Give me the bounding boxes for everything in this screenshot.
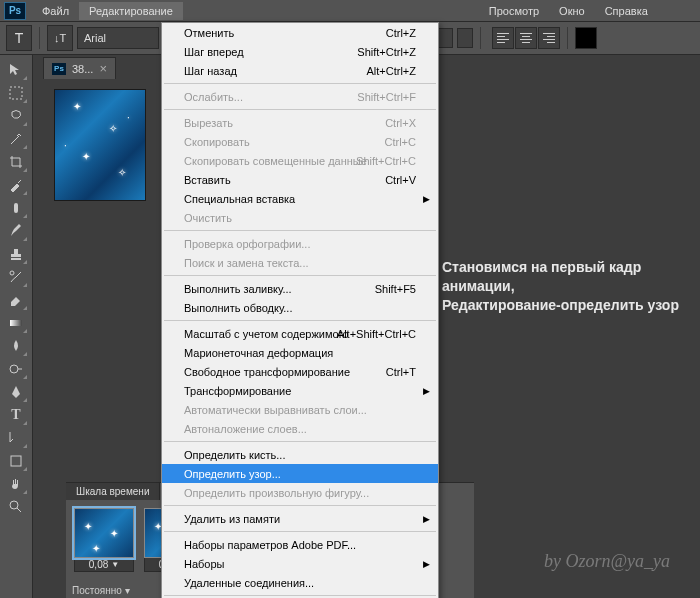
menu-help[interactable]: Справка bbox=[595, 2, 658, 20]
menu-item-label: Шаг вперед bbox=[184, 46, 244, 58]
menu-item-label: Удаленные соединения... bbox=[184, 577, 314, 589]
menu-item-удаленные-соединения-[interactable]: Удаленные соединения... bbox=[162, 573, 438, 592]
document-canvas[interactable]: ✦ ✧ ✦ ✧ · · bbox=[55, 90, 145, 200]
menu-item-автоналожение-слоев-: Автоналожение слоев... bbox=[162, 419, 438, 438]
menu-item-вырезать: ВырезатьCtrl+X bbox=[162, 113, 438, 132]
app-logo: Ps bbox=[4, 2, 26, 20]
menu-item-shortcut: Ctrl+C bbox=[385, 136, 416, 148]
timeline-frame[interactable]: 1✦✦✦0,08▼ bbox=[74, 508, 134, 572]
menu-item-label: Очистить bbox=[184, 212, 232, 224]
menu-item-shortcut: Alt+Ctrl+Z bbox=[366, 65, 416, 77]
menu-window[interactable]: Окно bbox=[549, 2, 595, 20]
eraser-tool[interactable] bbox=[4, 289, 28, 311]
menu-item-label: Поиск и замена текста... bbox=[184, 257, 309, 269]
color-swatch[interactable] bbox=[575, 27, 597, 49]
svg-point-6 bbox=[10, 501, 18, 509]
menu-item-label: Отменить bbox=[184, 27, 234, 39]
menu-item-шаг-назад[interactable]: Шаг назадAlt+Ctrl+Z bbox=[162, 61, 438, 80]
history-brush-tool[interactable] bbox=[4, 266, 28, 288]
menu-file[interactable]: Файл bbox=[32, 2, 79, 20]
menu-item-вставить[interactable]: ВставитьCtrl+V bbox=[162, 170, 438, 189]
menu-item-проверка-орфографии-: Проверка орфографии... bbox=[162, 234, 438, 253]
heal-tool[interactable] bbox=[4, 197, 28, 219]
menu-item-шаг-вперед[interactable]: Шаг впередShift+Ctrl+Z bbox=[162, 42, 438, 61]
menu-view[interactable]: Просмотр bbox=[479, 2, 549, 20]
menu-item-определить-узор-[interactable]: Определить узор... bbox=[162, 464, 438, 483]
tutorial-annotation: Становимся на первый кадр анимации, Реда… bbox=[442, 258, 692, 315]
text-orientation-icon[interactable]: ↓T bbox=[47, 25, 73, 51]
menu-item-label: Автоналожение слоев... bbox=[184, 423, 307, 435]
menu-item-автоматически-выравнивать-слои-: Автоматически выравнивать слои... bbox=[162, 400, 438, 419]
menu-item-shortcut: Ctrl+Z bbox=[386, 27, 416, 39]
menu-item-label: Удалить из памяти bbox=[184, 513, 280, 525]
aa-crisp-icon[interactable] bbox=[457, 28, 473, 48]
crop-tool[interactable] bbox=[4, 151, 28, 173]
shape-tool[interactable] bbox=[4, 450, 28, 472]
menu-item-label: Автоматически выравнивать слои... bbox=[184, 404, 367, 416]
align-right-button[interactable] bbox=[538, 27, 560, 49]
menu-item-выполнить-заливку-[interactable]: Выполнить заливку...Shift+F5 bbox=[162, 279, 438, 298]
zoom-tool[interactable] bbox=[4, 496, 28, 518]
close-tab-icon[interactable]: × bbox=[99, 61, 107, 76]
tool-preset-icon[interactable]: T bbox=[6, 25, 32, 51]
svg-point-4 bbox=[10, 365, 18, 373]
edit-menu-dropdown: ОтменитьCtrl+ZШаг впередShift+Ctrl+ZШаг … bbox=[161, 22, 439, 598]
menu-item-трансформирование[interactable]: Трансформирование▶ bbox=[162, 381, 438, 400]
align-left-button[interactable] bbox=[492, 27, 514, 49]
menu-separator bbox=[164, 505, 436, 506]
menu-item-свободное-трансформирование[interactable]: Свободное трансформированиеCtrl+T bbox=[162, 362, 438, 381]
menu-item-выполнить-обводку-[interactable]: Выполнить обводку... bbox=[162, 298, 438, 317]
menu-item-наборы-параметров-adobe-pdf-[interactable]: Наборы параметров Adobe PDF... bbox=[162, 535, 438, 554]
menu-item-label: Масштаб с учетом содержимого bbox=[184, 328, 349, 340]
blur-tool[interactable] bbox=[4, 335, 28, 357]
menu-item-label: Скопировать совмещенные данные bbox=[184, 155, 367, 167]
gradient-tool[interactable] bbox=[4, 312, 28, 334]
lasso-tool[interactable] bbox=[4, 105, 28, 127]
frame-thumbnail[interactable]: 1✦✦✦ bbox=[74, 508, 134, 558]
align-center-button[interactable] bbox=[515, 27, 537, 49]
menu-item-поиск-и-замена-текста-: Поиск и замена текста... bbox=[162, 253, 438, 272]
menu-item-label: Шаг назад bbox=[184, 65, 237, 77]
menu-item-label: Вырезать bbox=[184, 117, 233, 129]
svg-rect-0 bbox=[10, 87, 22, 99]
menu-item-скопировать: СкопироватьCtrl+C bbox=[162, 132, 438, 151]
menu-item-марионеточная-деформация[interactable]: Марионеточная деформация bbox=[162, 343, 438, 362]
menu-item-label: Выполнить заливку... bbox=[184, 283, 292, 295]
menu-item-label: Определить произвольную фигуру... bbox=[184, 487, 369, 499]
text-tool[interactable]: T bbox=[4, 404, 28, 426]
menu-item-label: Наборы bbox=[184, 558, 225, 570]
menu-item-shortcut: Ctrl+T bbox=[386, 366, 416, 378]
menu-item-масштаб-с-учетом-содержимого[interactable]: Масштаб с учетом содержимогоAlt+Shift+Ct… bbox=[162, 324, 438, 343]
move-tool[interactable] bbox=[4, 59, 28, 81]
timeline-loop-label[interactable]: Постоянно ▾ bbox=[72, 585, 130, 596]
menu-separator bbox=[164, 275, 436, 276]
menubar: Ps Файл Редактирование Просмотр Окно Спр… bbox=[0, 0, 700, 22]
timeline-tab[interactable]: Шкала времени bbox=[66, 483, 160, 500]
hand-tool[interactable] bbox=[4, 473, 28, 495]
menu-item-label: Свободное трансформирование bbox=[184, 366, 350, 378]
document-tab[interactable]: Ps 38... × bbox=[43, 57, 116, 79]
menu-item-определить-кисть-[interactable]: Определить кисть... bbox=[162, 445, 438, 464]
dodge-tool[interactable] bbox=[4, 358, 28, 380]
menu-item-shortcut: Shift+Ctrl+F bbox=[357, 91, 416, 103]
menu-separator bbox=[164, 531, 436, 532]
menu-edit[interactable]: Редактирование bbox=[79, 2, 183, 20]
pen-tool[interactable] bbox=[4, 381, 28, 403]
wand-tool[interactable] bbox=[4, 128, 28, 150]
menu-item-отменить[interactable]: ОтменитьCtrl+Z bbox=[162, 23, 438, 42]
path-tool[interactable] bbox=[4, 427, 28, 449]
eyedropper-tool[interactable] bbox=[4, 174, 28, 196]
menu-item-определить-произвольную-фигуру-: Определить произвольную фигуру... bbox=[162, 483, 438, 502]
menu-item-наборы[interactable]: Наборы▶ bbox=[162, 554, 438, 573]
frame-duration[interactable]: 0,08▼ bbox=[74, 558, 134, 572]
stamp-tool[interactable] bbox=[4, 243, 28, 265]
font-family-combo[interactable]: Arial bbox=[77, 27, 159, 49]
toolbox: T bbox=[0, 55, 33, 598]
aa-sharp-icon[interactable] bbox=[437, 28, 453, 48]
menu-item-удалить-из-памяти[interactable]: Удалить из памяти▶ bbox=[162, 509, 438, 528]
brush-tool[interactable] bbox=[4, 220, 28, 242]
menu-item-специальная-вставка[interactable]: Специальная вставка▶ bbox=[162, 189, 438, 208]
marquee-tool[interactable] bbox=[4, 82, 28, 104]
menu-separator bbox=[164, 109, 436, 110]
menu-item-shortcut: Shift+F5 bbox=[375, 283, 416, 295]
